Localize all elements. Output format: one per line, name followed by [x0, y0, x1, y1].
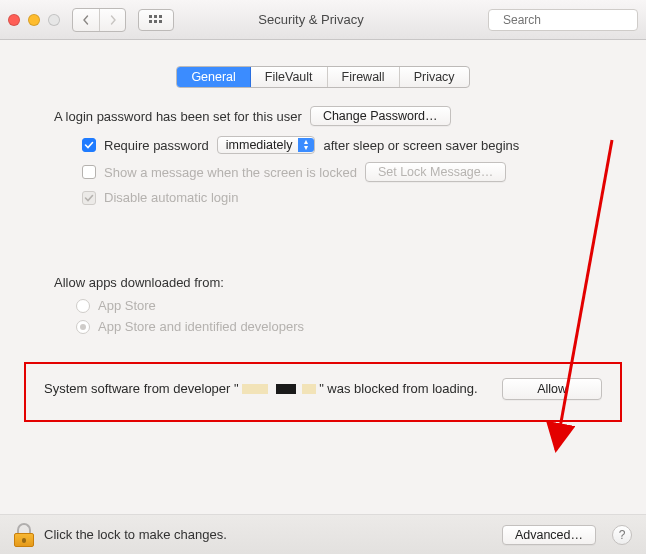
show-message-checkbox [82, 165, 96, 179]
tab-firewall[interactable]: Firewall [328, 67, 400, 87]
tab-filevault[interactable]: FileVault [251, 67, 328, 87]
tab-privacy[interactable]: Privacy [400, 67, 469, 87]
require-password-label: Require password [104, 138, 209, 153]
general-section: A login password has been set for this u… [18, 106, 628, 334]
allow-apps-heading: Allow apps downloaded from: [54, 275, 592, 290]
help-button[interactable]: ? [612, 525, 632, 545]
disable-auto-login-label: Disable automatic login [104, 190, 238, 205]
advanced-button[interactable]: Advanced… [502, 525, 596, 545]
chevron-up-down-icon: ▴▾ [298, 138, 314, 152]
show-message-label: Show a message when the screen is locked [104, 165, 357, 180]
blocked-software-notice: System software from developer " " was b… [24, 362, 622, 422]
require-password-delay-select[interactable]: immediately ▴▾ [217, 136, 316, 154]
back-button[interactable] [73, 9, 99, 31]
require-password-checkbox[interactable] [82, 138, 96, 152]
window-title: Security & Privacy [140, 12, 482, 27]
require-password-suffix: after sleep or screen saver begins [323, 138, 519, 153]
allow-apps-option-identified: App Store and identified developers [98, 319, 304, 334]
window-controls [8, 14, 60, 26]
set-lock-message-button: Set Lock Message… [365, 162, 506, 182]
minimize-window-button[interactable] [28, 14, 40, 26]
blocked-msg-prefix: System software from developer " [44, 381, 239, 396]
titlebar: Security & Privacy [0, 0, 646, 40]
lock-hint-text: Click the lock to make changes. [44, 527, 227, 542]
pane-content: General FileVault Firewall Privacy A log… [0, 40, 646, 514]
tab-general[interactable]: General [177, 67, 250, 87]
tab-bar: General FileVault Firewall Privacy [18, 66, 628, 88]
footer-bar: Click the lock to make changes. Advanced… [0, 514, 646, 554]
search-field[interactable] [488, 9, 638, 31]
redacted-developer-name-3 [302, 384, 316, 394]
redacted-developer-name-2 [276, 384, 296, 394]
close-window-button[interactable] [8, 14, 20, 26]
login-password-set-label: A login password has been set for this u… [54, 109, 302, 124]
allow-apps-radio-identified [76, 320, 90, 334]
allow-button[interactable]: Allow [502, 378, 602, 400]
zoom-window-button [48, 14, 60, 26]
forward-button[interactable] [99, 9, 125, 31]
redacted-developer-name [242, 384, 268, 394]
blocked-msg-suffix: " was blocked from loading. [319, 381, 478, 396]
allow-apps-option-appstore: App Store [98, 298, 156, 313]
nav-back-forward [72, 8, 126, 32]
lock-icon[interactable] [14, 523, 34, 547]
disable-auto-login-checkbox [82, 191, 96, 205]
search-input[interactable] [501, 12, 646, 28]
blocked-software-message: System software from developer " " was b… [44, 380, 484, 398]
change-password-button[interactable]: Change Password… [310, 106, 451, 126]
allow-apps-radio-appstore [76, 299, 90, 313]
require-password-delay-value: immediately [226, 138, 293, 152]
